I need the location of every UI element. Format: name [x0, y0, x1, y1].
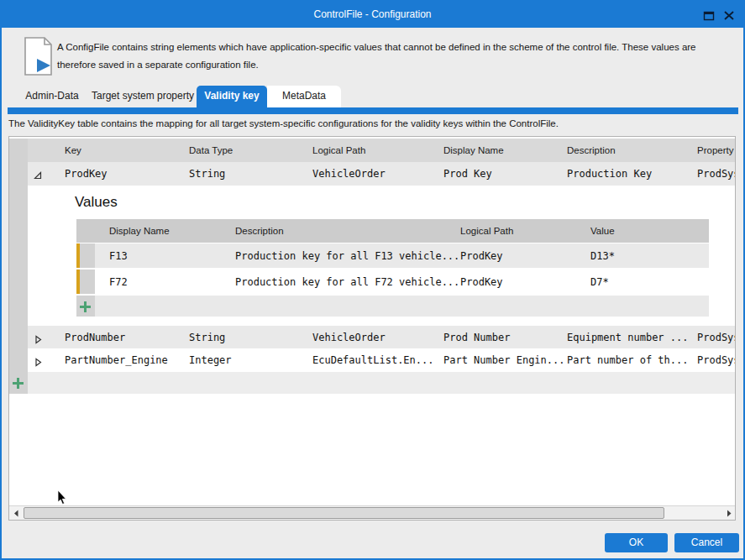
values-row-f72[interactable]: F72 Production key for all F72 vehicle..…	[95, 270, 709, 294]
value-description[interactable]: Production key for all F72 vehicle...	[235, 276, 459, 288]
cell-logical-path[interactable]: VehicleOrder	[312, 332, 386, 343]
cell-property-map[interactable]: ProdSys.Veh	[697, 168, 736, 180]
column-header-logical-path[interactable]: Logical Path	[312, 145, 365, 155]
tab-admin-data[interactable]: Admin-Data	[22, 86, 82, 107]
tab-strip: Admin-Data Target system property Validi…	[2, 81, 743, 107]
new-key-row-placeholder[interactable]	[28, 372, 736, 394]
values-column-logical-path[interactable]: Logical Path	[460, 226, 513, 236]
cell-description[interactable]: Equipment number ...	[567, 332, 689, 343]
maximize-icon[interactable]	[703, 9, 716, 21]
ok-button[interactable]: OK	[605, 533, 668, 552]
value-description[interactable]: Production key for all F13 vehicle...	[235, 250, 459, 262]
values-row-gutter	[76, 270, 95, 294]
scrollbar-thumb[interactable]	[24, 507, 664, 519]
config-document-icon	[24, 37, 54, 79]
validity-key-description: The ValidityKey table contains the mappi…	[8, 118, 559, 128]
cell-description[interactable]: Production Key	[567, 168, 652, 180]
tab-underline-bar	[8, 107, 738, 114]
titlebar[interactable]: ControlFile - Configuration	[2, 2, 743, 28]
values-column-value[interactable]: Value	[590, 226, 615, 236]
value-display-name[interactable]: F72	[109, 276, 128, 288]
values-header-row: Display Name Description Logical Path Va…	[76, 219, 709, 243]
add-value-plus-icon[interactable]	[80, 301, 91, 311]
values-column-description[interactable]: Description	[235, 226, 284, 236]
info-panel: A ConfigFile contains string elements wh…	[2, 28, 743, 81]
cell-data-type[interactable]: Integer	[189, 354, 232, 366]
value-value[interactable]: D7*	[590, 276, 609, 288]
value-display-name[interactable]: F13	[109, 250, 128, 262]
cell-data-type[interactable]: String	[189, 168, 225, 180]
cell-key[interactable]: ProdNumber	[65, 332, 125, 343]
values-new-row-placeholder[interactable]	[95, 296, 709, 317]
table-row-prodkey[interactable]: ProdKey String VehicleOrder Prod Key Pro…	[28, 162, 736, 186]
values-column-display-name[interactable]: Display Name	[109, 226, 170, 236]
cell-description[interactable]: Part number of th...	[567, 354, 689, 366]
modified-row-marker	[76, 243, 80, 268]
validity-key-grid: Key Data Type Logical Path Display Name …	[8, 136, 736, 521]
info-description: A ConfigFile contains string elements wh…	[57, 39, 732, 73]
table-row-partnumber-engine[interactable]: PartNumber_Engine Integer EcuDefaultList…	[28, 348, 736, 372]
arrow-left-icon[interactable]	[9, 506, 23, 520]
grid-header-row: Key Data Type Logical Path Display Name …	[28, 139, 736, 162]
value-value[interactable]: D13*	[590, 250, 615, 262]
arrow-right-icon[interactable]	[721, 506, 735, 520]
values-row-gutter	[76, 243, 95, 268]
cell-logical-path[interactable]: VehicleOrder	[312, 168, 386, 180]
modified-row-marker	[76, 270, 80, 294]
close-icon[interactable]	[723, 9, 737, 21]
values-row-f13[interactable]: F13 Production key for all F13 vehicle..…	[95, 243, 709, 268]
row-expander-icon-collapsed[interactable]	[34, 355, 43, 364]
value-logical-path[interactable]: ProdKey	[460, 250, 503, 262]
cell-display-name[interactable]: Part Number Engin...	[443, 354, 565, 366]
horizontal-scrollbar[interactable]	[9, 505, 735, 520]
column-header-key[interactable]: Key	[65, 145, 81, 155]
tab-validity-key[interactable]: Validity key	[197, 86, 267, 107]
row-expander-icon-collapsed[interactable]	[34, 332, 43, 342]
row-header-gutter	[9, 139, 28, 394]
values-section-title: Values	[75, 194, 118, 211]
table-row-prodnumber[interactable]: ProdNumber String VehicleOrder Prod Numb…	[28, 326, 736, 349]
cell-display-name[interactable]: Prod Key	[443, 168, 492, 180]
controlfile-configuration-dialog: ControlFile - Configuration A ConfigFile…	[0, 0, 745, 560]
value-logical-path[interactable]: ProdKey	[460, 276, 503, 288]
column-header-display-name[interactable]: Display Name	[443, 145, 504, 155]
row-expander-icon-expanded[interactable]	[34, 169, 43, 178]
column-header-description[interactable]: Description	[567, 145, 616, 155]
column-header-property-map[interactable]: Property Map	[697, 145, 736, 155]
cell-data-type[interactable]: String	[189, 332, 225, 343]
cell-key[interactable]: ProdKey	[65, 168, 108, 180]
window-title: ControlFile - Configuration	[2, 8, 743, 20]
column-header-data-type[interactable]: Data Type	[189, 145, 233, 155]
cell-display-name[interactable]: Prod Number	[443, 332, 510, 343]
cell-key[interactable]: PartNumber_Engine	[65, 354, 168, 366]
cell-property-map[interactable]: ProdSys.Veh	[697, 332, 736, 343]
tab-target-system-property[interactable]: Target system property	[91, 86, 195, 107]
cell-property-map[interactable]: ProdSys.EDL	[697, 354, 736, 366]
add-key-plus-icon[interactable]	[13, 377, 24, 388]
cell-logical-path[interactable]: EcuDefaultList.En...	[312, 354, 434, 366]
tab-metadata[interactable]: MetaData	[267, 86, 341, 107]
cancel-button[interactable]: Cancel	[674, 533, 739, 552]
